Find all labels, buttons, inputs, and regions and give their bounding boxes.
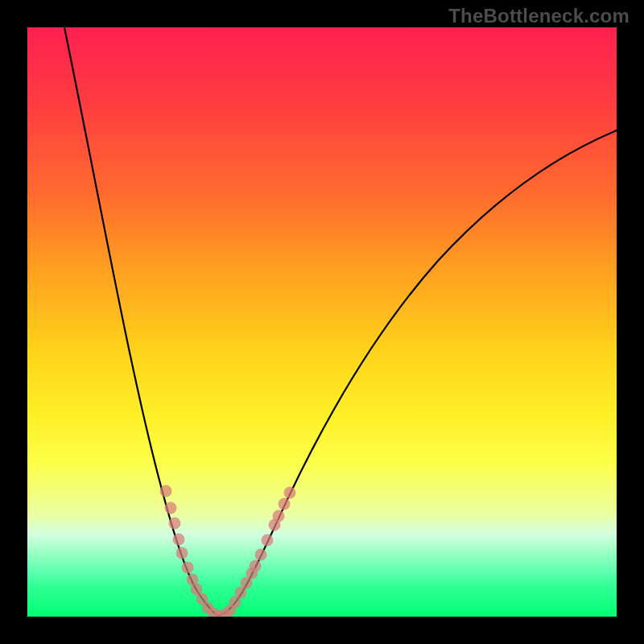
bead-cluster — [160, 485, 296, 617]
bead-marker — [182, 562, 194, 574]
bead-marker — [169, 518, 181, 530]
bead-marker — [273, 510, 285, 522]
bead-marker — [284, 487, 296, 499]
curve-left-arm — [64, 27, 218, 616]
plot-area — [27, 27, 617, 617]
bead-marker — [262, 535, 274, 547]
bead-marker — [173, 534, 185, 546]
bead-marker — [250, 560, 262, 572]
bead-marker — [279, 498, 291, 510]
bead-marker — [255, 549, 267, 561]
curves-svg — [27, 27, 617, 617]
watermark-text: TheBottleneck.com — [448, 5, 630, 27]
bead-marker — [160, 485, 172, 497]
bead-marker — [165, 502, 177, 514]
bead-marker — [176, 547, 188, 559]
curve-right-arm — [218, 130, 617, 616]
chart-frame: TheBottleneck.com — [0, 0, 644, 644]
